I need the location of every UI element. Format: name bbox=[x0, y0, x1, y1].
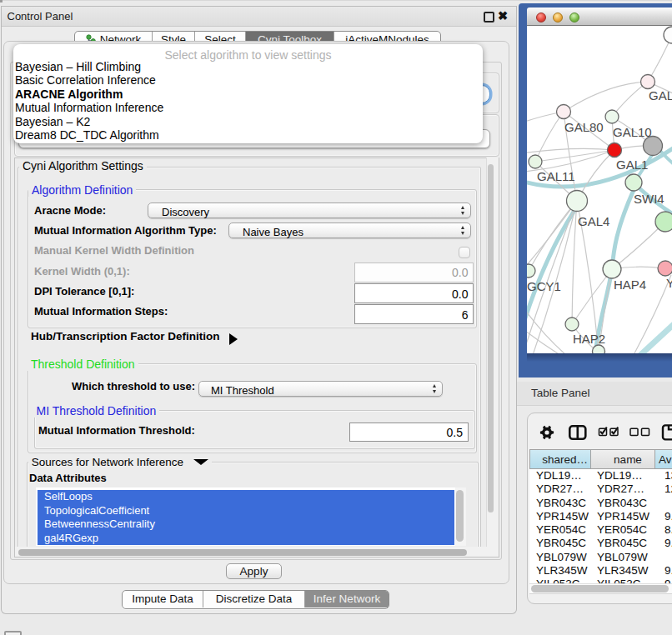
svg-text:HAP2: HAP2 bbox=[573, 332, 605, 346]
svg-text:HAP4: HAP4 bbox=[614, 278, 646, 292]
svg-text:GAL11: GAL11 bbox=[537, 169, 575, 183]
svg-text:GAL10: GAL10 bbox=[613, 125, 652, 139]
svg-text:GAL1: GAL1 bbox=[616, 158, 648, 172]
svg-text:Y: Y bbox=[666, 276, 672, 290]
svg-text:SWI4: SWI4 bbox=[634, 192, 664, 206]
svg-text:GAL80: GAL80 bbox=[564, 120, 604, 134]
svg-text:GAL4: GAL4 bbox=[578, 214, 609, 228]
svg-text:GCY1: GCY1 bbox=[527, 279, 561, 293]
svg-text:GAL7: GAL7 bbox=[649, 88, 672, 102]
